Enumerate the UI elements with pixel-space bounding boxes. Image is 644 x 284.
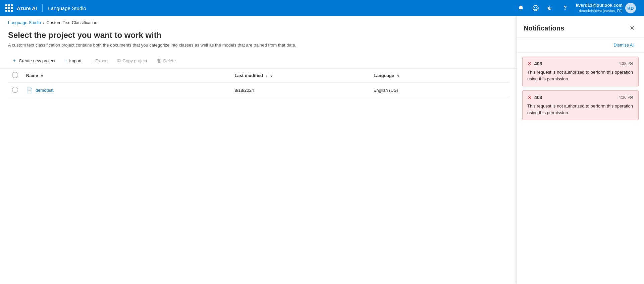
notifications-panel: Notifications ✕ Dismiss All ⊗ 403 4:38 P… — [517, 16, 644, 284]
copy-project-button[interactable]: ⧉ Copy project — [113, 56, 151, 66]
help-button[interactable]: ? — [558, 1, 572, 15]
table-row: 📄 demotest 8/18/2024 English (US) — [8, 83, 508, 98]
user-info: kvsrd13@outlook.com demokrishtest (eastu… — [576, 3, 623, 13]
export-label: Export — [95, 58, 108, 63]
user-email: kvsrd13@outlook.com — [576, 3, 623, 8]
language-sort-icon: ∨ — [397, 74, 399, 78]
project-language: English (US) — [370, 83, 508, 98]
copy-project-label: Copy project — [123, 58, 147, 63]
notifications-close-button[interactable]: ✕ — [627, 23, 637, 33]
export-icon: ↓ — [91, 58, 93, 63]
svg-point-1 — [536, 7, 537, 8]
row-select-checkbox[interactable] — [12, 87, 18, 93]
last-modified-filter-icon: ∨ — [270, 74, 273, 78]
notification-code: 403 — [534, 61, 542, 66]
notifications-dismiss-bar: Dismiss All — [517, 38, 644, 53]
notification-card: ⊗ 403 4:38 PM ✕ This request is not auth… — [522, 57, 639, 86]
table-header-last-modified[interactable]: Last modified ↓ ∨ — [230, 69, 369, 83]
notification-card: ⊗ 403 4:36 PM ✕ This request is not auth… — [522, 90, 639, 120]
delete-label: Delete — [163, 58, 176, 63]
name-sort-icon: ∨ — [41, 74, 43, 78]
apps-grid-icon[interactable] — [5, 4, 13, 12]
feedback-button[interactable] — [529, 1, 542, 15]
svg-point-0 — [534, 7, 535, 8]
avatar: KD — [625, 3, 636, 13]
notification-code: 403 — [534, 95, 542, 100]
toolbar: ＋ Create new project ↑ Import ↓ Export ⧉… — [0, 53, 517, 69]
notification-close-button[interactable]: ✕ — [628, 60, 636, 68]
notifications-header: Notifications ✕ — [517, 16, 644, 38]
notification-message: This request is not authorized to perfor… — [527, 69, 634, 82]
row-checkbox-cell[interactable] — [8, 83, 22, 98]
import-label: Import — [69, 58, 82, 63]
breadcrumb: Language Studio › Custom Text Classifica… — [0, 16, 517, 28]
create-new-project-button[interactable]: ＋ Create new project — [8, 56, 59, 66]
topbar-right-section: ? kvsrd13@outlook.com demokrishtest (eas… — [514, 1, 639, 15]
table-header-name[interactable]: Name ∨ — [22, 69, 230, 83]
content-area: Language Studio › Custom Text Classifica… — [0, 16, 517, 284]
notification-error-icon: ⊗ — [527, 95, 532, 100]
page-description: A custom text classification project con… — [8, 43, 310, 48]
export-button[interactable]: ↓ Export — [87, 56, 112, 65]
import-button[interactable]: ↑ Import — [61, 56, 86, 65]
table-header-checkbox[interactable] — [8, 69, 22, 83]
user-menu[interactable]: kvsrd13@outlook.com demokrishtest (eastu… — [573, 1, 639, 15]
app-name: Language Studio — [48, 5, 86, 11]
notifications-list: ⊗ 403 4:38 PM ✕ This request is not auth… — [517, 53, 644, 284]
page-title: Select the project you want to work with — [8, 30, 508, 40]
topbar: Azure AI Language Studio ? — [0, 0, 644, 16]
breadcrumb-separator: › — [43, 20, 44, 25]
notification-message: This request is not authorized to perfor… — [527, 103, 634, 116]
breadcrumb-current: Custom Text Classification — [46, 20, 97, 25]
user-subscription: demokrishtest (eastus, F0) — [576, 8, 623, 13]
last-modified-sort-icon: ↓ — [266, 74, 268, 78]
notification-error-icon: ⊗ — [527, 61, 532, 66]
main-layout: Language Studio › Custom Text Classifica… — [0, 16, 644, 284]
delete-icon: 🗑 — [157, 58, 161, 63]
brand-name: Azure AI — [17, 5, 37, 11]
plus-icon: ＋ — [12, 58, 17, 64]
notifications-title: Notifications — [524, 24, 564, 32]
brand-logo: Azure AI — [17, 5, 37, 11]
notification-card-header: ⊗ 403 4:38 PM ✕ — [527, 61, 634, 66]
import-icon: ↑ — [65, 58, 67, 63]
project-name-cell: 📄 demotest — [22, 83, 230, 98]
settings-button[interactable] — [544, 1, 557, 15]
create-new-project-label: Create new project — [19, 58, 55, 63]
breadcrumb-home-link[interactable]: Language Studio — [8, 20, 41, 25]
brand-divider — [42, 4, 43, 12]
notifications-bell-button[interactable] — [514, 1, 528, 15]
page-header: Select the project you want to work with… — [0, 28, 517, 53]
delete-button[interactable]: 🗑 Delete — [153, 56, 180, 65]
project-file-icon: 📄 — [26, 87, 33, 93]
projects-table: Name ∨ Last modified ↓ ∨ Language ∨ — [8, 69, 508, 98]
dismiss-all-button[interactable]: Dismiss All — [611, 41, 637, 49]
notification-close-button[interactable]: ✕ — [628, 93, 636, 101]
project-name-link[interactable]: demotest — [36, 88, 53, 93]
copy-icon: ⧉ — [117, 58, 121, 64]
select-all-checkbox[interactable] — [12, 72, 18, 78]
notification-card-header: ⊗ 403 4:36 PM ✕ — [527, 95, 634, 100]
project-last-modified: 8/18/2024 — [230, 83, 369, 98]
projects-table-container: Name ∨ Last modified ↓ ∨ Language ∨ — [0, 69, 517, 98]
table-header-language[interactable]: Language ∨ — [370, 69, 508, 83]
